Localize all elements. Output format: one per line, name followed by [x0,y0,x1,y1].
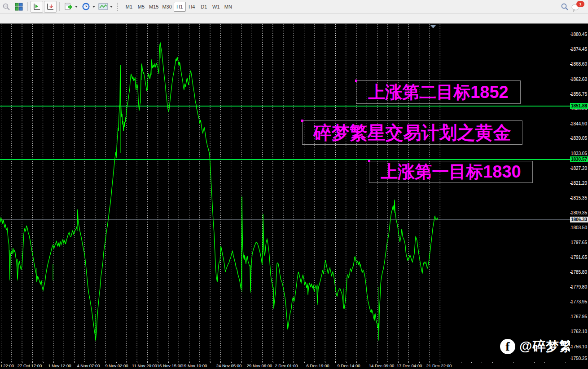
new-order-icon[interactable] [62,1,74,12]
object-selection-handle[interactable] [355,80,357,82]
annotation-plan-title-text[interactable]: 碎梦繁星交易计划之黄金 [302,120,522,145]
time-axis-label: 21 Dec 22:00 [426,363,452,368]
toolbar-grip[interactable] [117,3,119,11]
price-axis-label: 1844.90 [571,121,587,126]
period-dropdown-icon[interactable] [92,6,95,8]
time-tick [555,362,555,363]
time-axis[interactable]: t 22:0027 Oct 17:001 Nov 12:004 Nov 07:0… [0,362,588,369]
time-tick [367,362,367,363]
time-axis-label: 6 Dec 19:00 [306,363,329,368]
timeframe-mn-button[interactable]: MN [222,2,234,12]
time-tick [513,362,513,363]
notifications-icon[interactable]: 1 [571,1,584,12]
time-axis-label: 1 Nov 12:00 [48,363,71,368]
time-axis-label: 14 Dec 09:00 [369,363,395,368]
price-axis-label: 1797.65 [571,240,587,245]
chart-window[interactable]: 上涨第二目标1852 碎梦繁星交易计划之黄金 上涨第一目标1830 f @碎梦繁… [0,24,588,369]
search-icon[interactable] [559,1,570,12]
clock-icon[interactable] [80,1,92,12]
price-axis-label: 1762.10 [571,329,587,334]
chart-shift-icon[interactable] [44,1,57,13]
price-axis-label: 1868.60 [571,62,587,67]
time-tick [43,362,44,363]
time-tick [210,362,211,363]
object-selection-handle[interactable] [368,160,370,162]
annotation-target1-text[interactable]: 上涨第一目标1830 [369,161,533,183]
price-axis-label: 1874.45 [571,47,587,52]
price-axis-label: 1827.20 [571,166,587,171]
zoom-out-icon[interactable] [0,1,12,12]
annotation-label: 碎梦繁星交易计划之黄金 [314,120,511,145]
price-axis-label: 1821.20 [571,181,587,186]
time-tick [534,362,535,363]
new-order-dropdown-icon[interactable] [75,6,78,8]
price-axis-label: 1833.05 [571,151,587,156]
timeframe-h1-button[interactable]: H1 [174,2,186,12]
price-axis-label: 1791.65 [571,255,587,260]
toolbar: M1 M5 M15 M30 H1 H4 D1 W1 MN 1 [0,0,588,13]
price-axis-label: 1773.95 [571,299,587,304]
annotation-target2-text[interactable]: 上涨第二目标1852 [356,80,521,104]
price-axis-label: 1785.80 [571,270,587,275]
toolbar-separator [59,2,60,11]
price-axis[interactable]: 1880.451874.451868.601862.601856.751850.… [570,24,588,362]
timeframe-d1-button[interactable]: D1 [198,2,210,12]
time-axis-label: 11 Nov 20:00 [132,363,157,368]
price-axis-label: 1856.75 [571,92,587,97]
time-tick [74,362,75,363]
time-axis-label: 19 Nov 10:00 [182,363,207,368]
auto-scroll-icon[interactable] [31,1,43,13]
notification-count-badge: 1 [576,1,584,7]
object-selection-handle[interactable] [301,120,303,122]
time-axis-label: 24 Nov 05:00 [216,363,242,368]
time-tick [273,362,273,363]
indicators-icon[interactable] [97,1,109,12]
time-axis-label: 16 Nov 15:00 [157,363,183,368]
time-tick [503,362,503,363]
annotation-label: 上涨第二目标1852 [368,81,509,104]
facebook-icon: f [500,339,515,354]
time-tick [492,362,493,363]
time-axis-label: t 22:00 [1,363,14,368]
time-axis-label: 4 Nov 07:00 [77,363,100,368]
time-axis-label: 9 Nov 02:00 [105,363,128,368]
time-tick [482,362,482,363]
time-tick [524,362,524,363]
time-tick [566,362,566,363]
timeframe-m1-button[interactable]: M1 [123,2,135,12]
time-tick [471,362,472,363]
time-tick [544,362,545,363]
time-axis-label: 17 Dec 04:00 [397,363,422,368]
chart-shift-marker-icon [430,25,436,28]
price-axis-label: 1880.45 [571,32,587,37]
toolbar-separator [27,2,28,11]
timeframe-w1-button[interactable]: W1 [210,2,222,12]
time-axis-label: 2 Dec 01:00 [275,363,298,368]
tile-windows-icon[interactable] [13,1,25,12]
time-tick [304,362,305,363]
price-chart-canvas[interactable] [0,24,570,362]
timeframe-h4-button[interactable]: H4 [186,2,198,12]
price-axis-label: 1839.05 [571,136,587,141]
time-axis-label: 27 Oct 17:00 [18,363,42,368]
time-tick [335,362,336,363]
indicators-dropdown-icon[interactable] [110,6,113,8]
price-axis-label: 1809.35 [571,210,587,215]
price-axis-label: 1767.95 [571,314,587,319]
time-axis-label: 29 Nov 06:00 [247,363,272,368]
price-axis-label: 1803.50 [571,225,587,230]
time-tick [461,362,461,363]
price-axis-label: 1750.25 [571,356,587,361]
price-axis-label: 1779.80 [571,285,587,289]
annotation-label: 上涨第一目标1830 [381,160,521,183]
timeframe-m5-button[interactable]: M5 [135,2,147,12]
timeframe-m15-button[interactable]: M15 [147,2,160,12]
price-axis-label: 1756.10 [571,344,587,349]
current-price-badge: 1806.33 [570,217,588,222]
price-axis-label: 1815.35 [571,196,587,200]
price-badge-1830: 1830.57 [570,156,588,162]
price-axis-label: 1862.60 [571,77,587,82]
price-badge-1851: 1851.88 [570,103,588,109]
timeframe-m30-button[interactable]: M30 [160,2,173,12]
window-strip [0,13,588,24]
